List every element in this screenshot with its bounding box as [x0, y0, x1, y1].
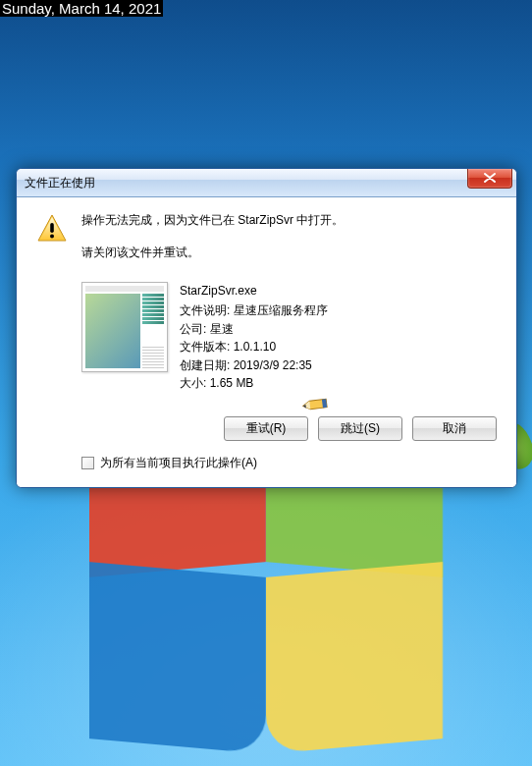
cancel-button[interactable]: 取消	[412, 416, 497, 441]
dialog-body: 操作无法完成，因为文件已在 StarZipSvr 中打开。 请关闭该文件并重试。	[17, 197, 516, 487]
file-size: 大小: 1.65 MB	[180, 374, 328, 393]
dialog-titlebar[interactable]: 文件正在使用	[17, 169, 516, 197]
svg-rect-0	[50, 223, 54, 233]
apply-all-checkbox[interactable]	[81, 457, 94, 469]
retry-button[interactable]: 重试(R)	[224, 416, 308, 441]
file-description: 文件说明: 星速压缩服务程序	[180, 301, 328, 320]
file-in-use-dialog: 文件正在使用 操作无法完成，因为文件已在 StarZipSvr 中打开。 请关闭…	[16, 168, 517, 488]
file-info: StarZipSvr.exe 文件说明: 星速压缩服务程序 公司: 星速 文件版…	[180, 282, 328, 393]
timestamp-overlay: Sunday, March 14, 2021	[0, 0, 163, 17]
dialog-message-2: 请关闭该文件并重试。	[81, 244, 344, 262]
svg-point-1	[50, 235, 54, 239]
file-created: 创建日期: 2019/3/9 22:35	[180, 356, 328, 375]
file-thumbnail	[81, 282, 168, 372]
dialog-title: 文件正在使用	[25, 175, 95, 192]
apply-all-label[interactable]: 为所有当前项目执行此操作(A)	[100, 455, 257, 471]
dialog-message-1: 操作无法完成，因为文件已在 StarZipSvr 中打开。	[81, 211, 344, 230]
file-name: StarZipSvr.exe	[180, 282, 328, 301]
skip-button[interactable]: 跳过(S)	[318, 416, 402, 441]
close-icon	[484, 171, 496, 186]
close-button[interactable]	[467, 169, 512, 189]
file-version: 文件版本: 1.0.1.10	[180, 338, 328, 356]
warning-icon	[36, 213, 68, 245]
file-company: 公司: 星速	[180, 320, 328, 339]
